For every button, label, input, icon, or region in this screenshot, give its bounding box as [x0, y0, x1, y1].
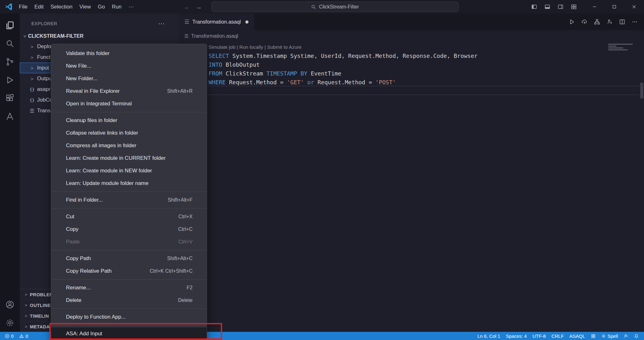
maximize-button[interactable]: [604, 0, 624, 14]
activity-bar: [0, 14, 20, 332]
settings-gear-icon[interactable]: [0, 314, 20, 332]
search-view-icon[interactable]: [0, 34, 20, 53]
context-menu-item-label: Copy Relative Path: [66, 268, 112, 274]
notifications[interactable]: [631, 332, 641, 340]
eol-sequence[interactable]: CRLF: [548, 332, 566, 340]
context-menu-item-shortcut: Shift+Alt+F: [168, 197, 193, 203]
container-tools[interactable]: [588, 332, 598, 340]
extensions-view-icon[interactable]: [0, 89, 20, 107]
chevron-right-icon: >: [25, 303, 27, 308]
warnings-count[interactable]: 0: [16, 332, 31, 340]
accounts-icon[interactable]: [0, 295, 20, 314]
title-bar-right: [527, 0, 644, 14]
live-share-icon[interactable]: [604, 14, 615, 30]
indentation[interactable]: Spaces: 4: [503, 332, 530, 340]
sidebar-section-label: TIMELIN: [30, 314, 49, 319]
cursor-position[interactable]: Ln 6, Col 1: [475, 332, 503, 340]
tree-root-folder[interactable]: > CLICKSTREAM-FILTER: [20, 31, 179, 41]
context-menu-item-label: Learn: Create module in CURRENT folder: [66, 155, 166, 161]
language-mode[interactable]: ASAQL: [567, 332, 588, 340]
context-menu-item-1-2[interactable]: Compress all images in folder: [51, 139, 207, 152]
code-token: Request.Method =: [314, 79, 375, 86]
context-menu-item-5-1[interactable]: DeleteDelete: [51, 294, 207, 307]
title-bar-left: FileEditSelectionViewGoRun···: [0, 0, 137, 14]
customize-layout-icon[interactable]: [567, 0, 580, 14]
context-menu-item-1-0[interactable]: Cleanup files in folder: [51, 114, 207, 127]
context-menu-item-shortcut: Delete: [178, 298, 193, 303]
context-menu-item-1-3[interactable]: Learn: Create module in CURRENT folder: [51, 152, 207, 164]
command-center-search[interactable]: ClickStream-Filter: [211, 2, 459, 12]
navigate-forward-icon[interactable]: →: [195, 3, 202, 11]
explorer-more-actions-icon[interactable]: ⋯: [158, 20, 165, 27]
json-file-icon: {}: [29, 98, 35, 103]
minimap[interactable]: [608, 44, 636, 51]
toggle-primary-sidebar-icon[interactable]: [527, 0, 541, 14]
spell-checker[interactable]: Spell: [598, 332, 621, 340]
job-diagram-icon[interactable]: [591, 14, 603, 30]
context-menu-item-label: Find in Folder...: [66, 197, 103, 203]
current-line-border: [179, 86, 640, 86]
encoding[interactable]: UTF-8: [530, 332, 549, 340]
context-menu-item-7-0[interactable]: ASA: Add Input: [51, 327, 207, 340]
code-line-4: WHERE Request.Method = 'GET' or Request.…: [209, 78, 644, 87]
dirty-indicator[interactable]: [245, 20, 248, 24]
context-menu-item-4-1[interactable]: Copy Relative PathCtrl+K Ctrl+Shift+C: [51, 265, 207, 277]
context-menu-item-label: Copy: [66, 226, 79, 232]
context-menu-item-0-2[interactable]: New Folder...: [51, 72, 207, 85]
more-actions-icon[interactable]: [629, 14, 640, 30]
menubar-item-6[interactable]: ···: [125, 2, 137, 12]
tab-transformation[interactable]: ☰ Transformation.asaql: [179, 14, 254, 30]
context-menu-item-5-0[interactable]: Rename...F2: [51, 281, 207, 294]
sidebar-section-label: PROBLEM: [30, 292, 53, 297]
context-menu-item-label: Learn: Update module folder name: [66, 180, 149, 187]
scrollbar-thumb[interactable]: [640, 83, 643, 98]
code-line-0[interactable]: Simulate job | Run locally | Submit to A…: [209, 43, 644, 52]
chevron-right-icon: >: [25, 292, 27, 297]
context-menu-item-6-0[interactable]: Deploy to Function App...: [51, 311, 207, 323]
run-debug-view-icon[interactable]: [0, 71, 20, 89]
context-menu-item-shortcut: Ctrl+X: [178, 214, 193, 220]
breadcrumb[interactable]: ☰ Transformation.asaql: [179, 30, 644, 42]
context-menu-item-0-1[interactable]: New File...: [51, 60, 207, 72]
explorer-view-icon[interactable]: [0, 16, 20, 34]
toggle-secondary-sidebar-icon[interactable]: [554, 0, 567, 14]
context-menu-item-0-3[interactable]: Reveal in File ExplorerShift+Alt+R: [51, 85, 207, 98]
close-button[interactable]: [624, 0, 644, 14]
context-menu-item-4-0[interactable]: Copy PathShift+Alt+C: [51, 252, 207, 265]
status-label: CRLF: [551, 333, 564, 339]
split-editor-icon[interactable]: [616, 14, 628, 30]
menubar-item-0[interactable]: File: [15, 2, 31, 12]
context-menu-item-3-1[interactable]: CopyCtrl+C: [51, 223, 207, 236]
context-menu-item-3-0[interactable]: CutCtrl+X: [51, 210, 207, 223]
errors-count[interactable]: 0: [2, 332, 16, 340]
menubar-item-3[interactable]: View: [76, 2, 95, 12]
azure-stream-analytics-view-icon[interactable]: [0, 107, 20, 125]
submit-to-cloud-icon[interactable]: [579, 14, 590, 30]
source-control-view-icon[interactable]: [0, 53, 20, 71]
explorer-header: EXPLORER ⋯: [20, 16, 179, 31]
context-menu-item-1-1[interactable]: Collapse relative links in folder: [51, 127, 207, 139]
context-menu-item-0-0[interactable]: Validate this folder: [51, 47, 207, 60]
run-query-icon[interactable]: [566, 14, 577, 30]
menubar-item-5[interactable]: Run: [108, 2, 125, 12]
code-token: System.Timestamp Systime, UserId, Reques…: [229, 53, 478, 59]
code-token: BlobOutput: [222, 61, 259, 68]
menubar-item-4[interactable]: Go: [94, 2, 108, 12]
feedback[interactable]: [621, 332, 631, 340]
spell-gear-icon: [601, 334, 606, 338]
context-menu-item-2-0[interactable]: Find in Folder...Shift+Alt+F: [51, 194, 207, 206]
navigate-back-icon[interactable]: ←: [184, 3, 190, 11]
toggle-panel-icon[interactable]: [541, 0, 554, 14]
context-menu-item-0-4[interactable]: Open in Integrated Terminal: [51, 98, 207, 110]
menubar-item-1[interactable]: Edit: [31, 2, 47, 12]
menubar-item-2[interactable]: Selection: [47, 2, 76, 12]
code-token: [297, 70, 301, 77]
title-bar: FileEditSelectionViewGoRun··· ← → ClickS…: [0, 0, 644, 14]
minimize-button[interactable]: [585, 0, 604, 14]
code-line-1: SELECT System.Timestamp Systime, UserId,…: [209, 52, 644, 60]
context-menu-item-1-5[interactable]: Learn: Update module folder name: [51, 177, 207, 190]
context-menu-item-1-4[interactable]: Learn: Create module in NEW folder: [51, 164, 207, 177]
tree-item-label: Input: [37, 65, 49, 71]
menu-separator: [52, 325, 206, 326]
code-editor[interactable]: Simulate job | Run locally | Submit to A…: [179, 42, 644, 332]
